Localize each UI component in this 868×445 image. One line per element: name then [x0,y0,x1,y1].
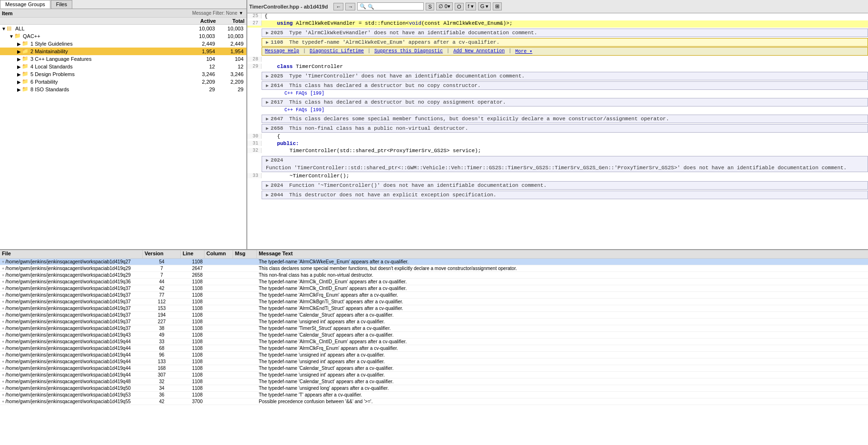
tree-total-local: 12 [217,64,245,69]
back-button[interactable]: ← [333,3,343,10]
f-button[interactable]: f ▾ [466,2,476,10]
diag-2044[interactable]: ▶ 2044 This destructor does not have an … [262,191,868,199]
table-row-5[interactable]: +/home/gwm/jenkins/jenkinsqacagent/works… [0,292,868,299]
diag-2647[interactable]: ▶ 2647 This class declares some special … [262,115,868,123]
tree-toggle-port[interactable]: ▶ [16,79,22,85]
diag-2617[interactable]: ▶ 2617 This class has declared a destruc… [262,98,868,106]
table-row-8[interactable]: +/home/gwm/jenkins/jenkinsqacagent/works… [0,312,868,319]
code-container[interactable]: 25 { 27 using AlrmClkWkeEvHandler = std:… [247,13,868,249]
bt-col-2 [205,275,233,276]
tab-files[interactable]: Files [51,0,72,9]
tree-row-port[interactable]: ▶ 📁 6 Portability 2,209 2,209 [0,78,246,86]
action-message-help[interactable]: Message Help [265,48,299,54]
table-row-0[interactable]: +/home/gwm/jenkins/jenkinsqacagent/works… [0,259,868,265]
bt-line-14: 1108 [181,352,205,358]
s-button[interactable]: S [426,3,434,10]
diag-2614[interactable]: ▶ 2614 This class has declared a destruc… [262,81,868,90]
o-button[interactable]: O [455,3,464,10]
g-button[interactable]: G ▾ [478,2,491,10]
table-row-15[interactable]: +/home/gwm/jenkins/jenkinsqacagent/works… [0,358,868,365]
tree-toggle-maint[interactable]: ▶ [16,49,22,54]
tree-row-style[interactable]: ▶ 📁 1 Style Guidelines 2,449 2,449 [0,40,246,48]
diag-faq-link-2617[interactable]: C++ FAQs [199] [284,107,324,113]
diag-text-2025-1: Type 'AlrmClkWkeEvHandler' does not have… [289,30,537,36]
tree-row-qac[interactable]: ▼ 📁 QAC++ 10,003 10,003 [0,32,246,40]
diag-2658[interactable]: ▶ 2658 This non-final class has a public… [262,124,868,133]
bt-col-5 [205,295,233,296]
table-row-9[interactable]: +/home/gwm/jenkins/jenkinsqacagent/works… [0,319,868,325]
tree-row-design[interactable]: ▶ 📁 5 Design Problems 3,246 3,246 [0,70,246,78]
bt-msg-9 [233,321,257,322]
code-line-33: 33 ~TimerController(); [247,173,868,180]
folder-icon-style: 📁 [22,40,29,47]
grid-button[interactable]: ⊞ [493,2,502,10]
action-add-annotation[interactable]: Add New Annotation [453,48,505,54]
forward-button[interactable]: → [345,3,355,10]
tree-total-cpp: 104 [217,56,245,62]
tree-row-cpp[interactable]: ▶ 📁 3 C++ Language Features 104 104 [0,55,246,63]
message-filter-dropdown[interactable]: ▾ [237,10,244,16]
table-row-2[interactable]: +/home/gwm/jenkins/jenkinsqacagent/works… [0,272,868,279]
table-row-17[interactable]: +/home/gwm/jenkins/jenkinsqacagent/works… [0,372,868,378]
table-row-11[interactable]: +/home/gwm/jenkins/jenkinsqacagent/works… [0,332,868,339]
table-row-6[interactable]: +/home/gwm/jenkins/jenkinsqacagent/works… [0,299,868,305]
bt-version-21: 42 [143,398,181,405]
a0-button[interactable]: ∅ 0▾ [436,2,453,10]
table-row-20[interactable]: +/home/gwm/jenkins/jenkinsqacagent/works… [0,392,868,398]
diag-2025-1[interactable]: ▶ 2025 Type 'AlrmClkWkeEvHandler' does n… [262,29,868,37]
bt-version-7: 153 [143,305,181,311]
folder-icon-design: 📁 [22,71,29,77]
tree-container: ▼ ▤ ALL 10,003 10,003 ▼ 📁 QAC++ 10,003 1… [0,25,246,249]
diag-2024-2[interactable]: ▶ 2024 Function '~TimerController()' doe… [262,181,868,190]
code-line-25: 25 { [247,13,868,20]
table-row-18[interactable]: +/home/gwm/jenkins/jenkinsqacagent/works… [0,378,868,385]
bt-text-4: The typedef-name 'AlrmClk_ClntID_Enum' a… [257,285,868,291]
tree-toggle-design[interactable]: ▶ [16,72,22,77]
tree-row-iso[interactable]: ▶ 📁 8 ISO Standards 29 29 [0,86,246,93]
table-row-21[interactable]: +/home/gwm/jenkins/jenkinsqacagent/works… [0,398,868,405]
left-tabs: Message Groups Files [0,0,246,9]
diag-1108[interactable]: ▶ 1108 The typedef-name 'AlrmClkWkeEve_E… [262,38,868,47]
search-input[interactable] [368,4,421,10]
table-row-7[interactable]: +/home/gwm/jenkins/jenkinsqacagent/works… [0,305,868,312]
diag-arrow-2025-1: ▶ [266,30,269,36]
bt-version-19: 34 [143,385,181,391]
tree-row-maint[interactable]: ▶ 📁 2 Maintainability 1,954 1,954 [0,48,246,55]
diag-2024-1[interactable]: ▶ 2024 Function 'TimerController::std::s… [262,156,868,172]
table-row-4[interactable]: +/home/gwm/jenkins/jenkinsqacagent/works… [0,285,868,292]
table-row-19[interactable]: +/home/gwm/jenkins/jenkinsqacagent/works… [0,385,868,392]
folder-icon-qac: 📁 [14,33,22,39]
diag-faq-link-2614[interactable]: C++ FAQs [199] [284,91,324,96]
table-row-3[interactable]: +/home/gwm/jenkins/jenkinsqacagent/works… [0,279,868,285]
table-row-12[interactable]: +/home/gwm/jenkins/jenkinsqacagent/works… [0,339,868,345]
tree-toggle-all[interactable]: ▼ [1,26,7,31]
bt-msg-1 [233,268,257,269]
bt-msg-8 [233,315,257,316]
bt-msg-12 [233,341,257,342]
bt-line-3: 1108 [181,279,205,285]
action-more[interactable]: More ▾ [515,48,532,54]
action-suppress[interactable]: Suppress this Diagnostic [374,48,443,54]
diag-arrow-1108: ▶ [266,39,269,45]
tab-message-groups[interactable]: Message Groups [0,0,50,9]
tree-toggle-qac[interactable]: ▼ [9,34,14,39]
folder-icon-all: ▤ [7,25,14,32]
tree-row-all[interactable]: ▼ ▤ ALL 10,003 10,003 [0,25,246,32]
bt-version-15: 133 [143,358,181,365]
code-line-29: 29 class TimerController [247,64,868,71]
tree-toggle-local[interactable]: ▶ [16,64,22,69]
table-row-10[interactable]: +/home/gwm/jenkins/jenkinsqacagent/works… [0,325,868,332]
table-row-1[interactable]: +/home/gwm/jenkins/jenkinsqacagent/works… [0,265,868,272]
table-row-13[interactable]: +/home/gwm/jenkins/jenkinsqacagent/works… [0,345,868,352]
diag-2025-2[interactable]: ▶ 2025 Type 'TimerController' does not h… [262,72,868,80]
tree-row-local[interactable]: ▶ 📁 4 Local Standards 12 12 [0,63,246,70]
diag-num-2025-1: 2025 [271,30,287,36]
tree-toggle-style[interactable]: ▶ [16,41,22,47]
tree-toggle-iso[interactable]: ▶ [16,87,22,92]
table-row-14[interactable]: +/home/gwm/jenkins/jenkinsqacagent/works… [0,352,868,358]
diag-num-2647: 2647 [271,116,287,122]
action-diagnostic-lifetime[interactable]: Diagnostic Lifetime [310,48,364,54]
table-row-16[interactable]: +/home/gwm/jenkins/jenkinsqacagent/works… [0,365,868,372]
tree-toggle-cpp[interactable]: ▶ [16,57,22,62]
diag-block-2658: ▶ 2658 This non-final class has a public… [262,124,868,133]
